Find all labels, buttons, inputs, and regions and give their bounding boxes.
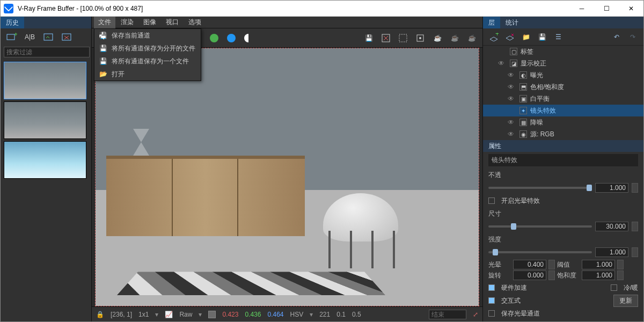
menu-save-split[interactable]: 💾将所有通道保存为分开的文件 — [94, 42, 201, 55]
interactive-checkbox[interactable] — [488, 297, 495, 304]
lock-icon[interactable]: 🔒 — [96, 311, 104, 318]
threshold-spinner[interactable] — [617, 260, 624, 269]
expand-icon[interactable]: ⤢ — [473, 311, 478, 318]
layer-row-5[interactable]: ✦镜头特效 — [483, 105, 643, 116]
layer-list: ▢标签👁◪显示校正👁◐曝光👁⬒色相/饱和度👁▣白平衡✦镜头特效👁▦降噪👁◉源: … — [483, 46, 643, 140]
undo-icon[interactable]: ↶ — [611, 32, 622, 42]
menu-render[interactable]: 渲染 — [116, 17, 138, 28]
saturation-label: 饱和度 — [557, 271, 580, 280]
render-icon[interactable]: ☕ — [431, 32, 444, 45]
tab-layers[interactable]: 层 — [483, 17, 500, 28]
folder-layer-icon[interactable]: 📁 — [521, 32, 531, 42]
status-end-input[interactable] — [429, 310, 466, 319]
layer-type-icon: ▦ — [519, 119, 527, 126]
aperture-section[interactable]: ⌄光圈形状 — [488, 320, 638, 321]
menu-image[interactable]: 图像 — [139, 17, 160, 28]
history-thumb-2[interactable] — [4, 101, 86, 139]
region-select-icon[interactable] — [397, 32, 409, 45]
maximize-button[interactable]: ☐ — [594, 1, 619, 17]
cold-warm-label: 冷/暖 — [624, 283, 638, 292]
enable-glare-checkbox[interactable] — [488, 197, 495, 204]
intensity-value[interactable]: 1.000 — [595, 247, 628, 257]
channel-green-icon[interactable] — [208, 32, 221, 45]
saturation-spinner[interactable] — [617, 270, 624, 280]
history-thumb-3[interactable] — [4, 141, 86, 179]
bloom-spinner[interactable] — [548, 260, 555, 269]
history-panel: 历史 + A|B 🔍 ▾ — [1, 17, 92, 321]
history-tab[interactable]: 历史 — [1, 17, 24, 28]
visibility-icon[interactable]: 👁 — [508, 119, 516, 126]
cold-warm-checkbox[interactable] — [611, 284, 617, 291]
menu-options[interactable]: 选项 — [184, 17, 206, 28]
save-preset-icon[interactable]: 💾 — [537, 32, 547, 42]
layer-row-2[interactable]: 👁◐曝光 — [483, 69, 643, 81]
window-title: V-Ray Frame Buffer - [100.0% of 900 x 48… — [18, 5, 569, 12]
close-button[interactable]: ✕ — [619, 1, 643, 17]
add-history-icon[interactable]: + — [5, 31, 19, 43]
size-value[interactable]: 30.000 — [595, 222, 628, 231]
add-layer-icon[interactable]: + — [488, 32, 499, 42]
rotation-value[interactable]: 0.000 — [513, 270, 546, 280]
menu-viewport[interactable]: 视口 — [162, 17, 183, 28]
delete-layer-icon[interactable] — [504, 32, 515, 42]
size-slider[interactable] — [488, 225, 592, 228]
status-s: 0.1 — [336, 311, 346, 318]
menu-open[interactable]: 📂打开 — [94, 68, 201, 80]
status-zoom[interactable]: 1x1 — [138, 311, 149, 318]
curve-icon[interactable]: 📈 — [165, 311, 173, 318]
opacity-spinner[interactable] — [632, 183, 638, 193]
intensity-slider[interactable] — [488, 251, 592, 253]
size-spinner[interactable] — [632, 222, 638, 231]
layer-row-3[interactable]: 👁⬒色相/饱和度 — [483, 81, 643, 93]
render-region-icon[interactable]: ☕ — [448, 32, 461, 45]
opacity-value[interactable]: 1.000 — [595, 183, 628, 193]
tab-stats[interactable]: 统计 — [500, 17, 524, 28]
render-last-icon[interactable]: ☕ — [465, 32, 478, 45]
delete-history-icon[interactable] — [60, 31, 74, 43]
compare-ab-icon[interactable]: A|B — [23, 31, 37, 43]
layer-row-6[interactable]: 👁▦降噪 — [483, 116, 643, 128]
update-button[interactable]: 更新 — [613, 295, 638, 307]
status-coords: [236, 1] — [111, 311, 132, 318]
svg-text:+: + — [14, 33, 17, 38]
visibility-icon[interactable]: 👁 — [508, 71, 516, 79]
layer-toolbar: + 📁 💾 ☰ ↶ ↷ — [483, 28, 643, 46]
layer-row-4[interactable]: 👁▣白平衡 — [483, 93, 643, 105]
intensity-spinner[interactable] — [632, 247, 638, 257]
layer-row-0[interactable]: ▢标签 — [483, 46, 643, 57]
center-panel: 文件 渲染 图像 视口 选项 ↖ 💾保存当前通道 💾将所有通道保存为分开的文件 … — [92, 17, 482, 321]
layer-row-7[interactable]: 👁◉源: RGB — [483, 128, 643, 140]
save-image-icon[interactable]: 💾 — [362, 32, 375, 45]
hw-accel-checkbox[interactable] — [488, 284, 495, 291]
menu-save-single[interactable]: 💾将所有通道保存为一个文件 — [94, 55, 201, 68]
render-viewport[interactable] — [95, 48, 479, 306]
bloom-value[interactable]: 0.400 — [513, 260, 546, 269]
layer-row-1[interactable]: 👁◪显示校正 — [483, 57, 643, 69]
history-thumb-1[interactable] — [4, 62, 86, 99]
menu-save-single-label: 将所有通道保存为一个文件 — [112, 57, 189, 66]
redo-icon[interactable]: ↷ — [627, 32, 638, 42]
threshold-value[interactable]: 1.000 — [582, 260, 615, 269]
load-history-icon[interactable] — [41, 31, 55, 43]
visibility-icon[interactable]: 👁 — [508, 130, 516, 138]
status-colorspace[interactable]: HSV — [290, 311, 304, 318]
channel-mono-icon[interactable] — [242, 32, 255, 45]
track-mouse-icon[interactable] — [414, 32, 427, 45]
menu-save-current[interactable]: 💾保存当前通道 — [94, 29, 201, 42]
clear-image-icon[interactable] — [379, 32, 392, 45]
menu-file[interactable]: 文件 — [94, 17, 115, 28]
rotation-spinner[interactable] — [548, 270, 555, 280]
hw-accel-label: 硬件加速 — [501, 283, 527, 292]
visibility-icon[interactable]: 👁 — [508, 83, 516, 91]
saturation-value[interactable]: 1.000 — [582, 270, 615, 280]
opacity-slider[interactable] — [488, 187, 592, 189]
channel-blue-icon[interactable] — [225, 32, 238, 45]
list-icon[interactable]: ☰ — [553, 32, 564, 42]
status-mode[interactable]: Raw — [179, 311, 192, 318]
minimize-button[interactable]: ─ — [569, 1, 594, 17]
save-channel-checkbox[interactable] — [488, 310, 495, 317]
visibility-icon[interactable]: 👁 — [498, 60, 507, 67]
visibility-icon[interactable]: 👁 — [508, 95, 516, 103]
history-search-input[interactable] — [4, 47, 90, 57]
save-icon: 💾 — [99, 45, 107, 52]
